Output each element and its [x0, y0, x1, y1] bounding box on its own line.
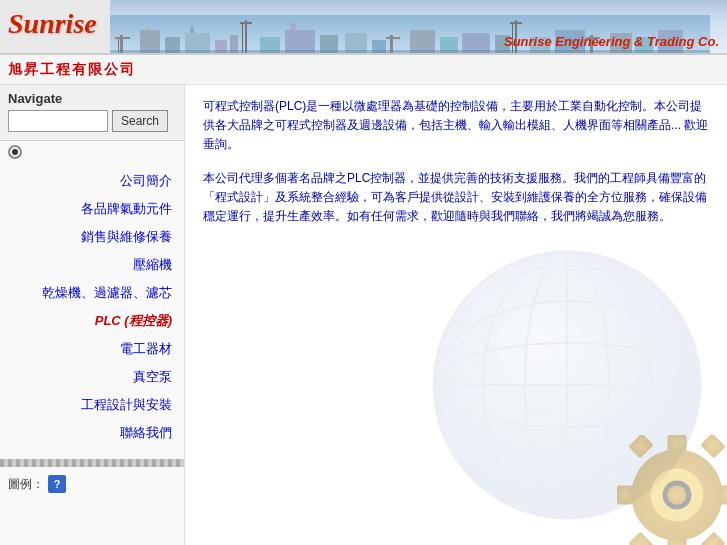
search-row: Search — [8, 110, 176, 132]
svg-rect-47 — [667, 538, 686, 545]
site-header: Sunrise — [0, 0, 727, 55]
svg-rect-49 — [720, 485, 727, 504]
sidebar-help-label: 圖例： — [8, 476, 44, 493]
radio-area — [0, 141, 184, 163]
nav-item-engineering-design[interactable]: 工程設計與安裝 — [0, 391, 184, 419]
radio-dot — [8, 145, 22, 159]
svg-rect-51 — [628, 435, 653, 459]
main-layout: Navigate Search 公司簡介 各品牌氣動元件 銷售與維修保養 壓縮機… — [0, 85, 727, 545]
svg-point-42 — [483, 252, 651, 518]
svg-rect-53 — [628, 531, 653, 545]
svg-point-57 — [667, 485, 686, 504]
svg-point-41 — [525, 252, 609, 518]
svg-point-56 — [663, 481, 692, 510]
svg-rect-21 — [386, 37, 400, 39]
sidebar-bottom-strip — [0, 459, 184, 467]
svg-rect-50 — [700, 435, 725, 459]
nav-item-sales-maintenance[interactable]: 銷售與維修保養 — [0, 223, 184, 251]
navigate-block: Navigate Search — [0, 85, 184, 141]
nav-item-vacuum-pump[interactable]: 真空泵 — [0, 363, 184, 391]
svg-rect-27 — [510, 22, 522, 24]
globe-watermark — [427, 245, 707, 525]
help-icon[interactable]: ? — [48, 475, 66, 493]
nav-item-contact-us[interactable]: 聯絡我們 — [0, 419, 184, 447]
search-input[interactable] — [8, 110, 108, 132]
radio-inner — [12, 149, 18, 155]
nav-items: 公司簡介 各品牌氣動元件 銷售與維修保養 壓縮機 乾燥機、過濾器、濾芯 PLC … — [0, 163, 184, 451]
svg-rect-2 — [115, 37, 130, 39]
company-tagline: Sunrise Engineering & Trading Co. — [504, 34, 719, 49]
content-paragraph-2: 本公司代理多個著名品牌之PLC控制器，並提供完善的技術支援服務。我們的工程師具備… — [203, 169, 709, 227]
sub-header: 旭昇工程有限公司 — [0, 55, 727, 85]
svg-rect-46 — [667, 435, 686, 452]
navigate-label: Navigate — [8, 91, 176, 106]
svg-rect-16 — [290, 23, 296, 30]
svg-rect-5 — [145, 25, 150, 30]
svg-point-39 — [434, 301, 700, 469]
svg-point-40 — [434, 266, 700, 504]
svg-point-55 — [651, 469, 704, 522]
svg-point-43 — [448, 252, 686, 518]
svg-rect-52 — [700, 531, 725, 545]
nav-item-electrical[interactable]: 電工器材 — [0, 335, 184, 363]
sub-header-text: 旭昇工程有限公司 — [8, 61, 136, 79]
sidebar-help: 圖例： ? — [0, 471, 184, 497]
svg-rect-36 — [110, 50, 710, 55]
nav-item-brand-pneumatic[interactable]: 各品牌氣動元件 — [0, 195, 184, 223]
nav-item-company-intro[interactable]: 公司簡介 — [0, 167, 184, 195]
svg-point-38 — [434, 343, 700, 427]
svg-rect-13 — [242, 24, 243, 54]
gear-watermark — [617, 435, 727, 545]
search-button[interactable]: Search — [112, 110, 168, 132]
svg-rect-48 — [617, 485, 634, 504]
svg-rect-8 — [190, 27, 194, 33]
nav-item-compressor[interactable]: 壓縮機 — [0, 251, 184, 279]
svg-point-37 — [434, 252, 700, 518]
content-paragraph-1: 可程式控制器(PLC)是一種以微處理器為基礎的控制設備，主要用於工業自動化控制。… — [203, 97, 709, 155]
content-area: 可程式控制器(PLC)是一種以微處理器為基礎的控制設備，主要用於工業自動化控制。… — [185, 85, 727, 545]
site-logo: Sunrise — [8, 8, 97, 40]
svg-rect-11 — [245, 20, 247, 55]
header-background: Sunrise Engineering & Trading Co. — [110, 0, 727, 55]
nav-item-dryer-filter[interactable]: 乾燥機、過濾器、濾芯 — [0, 279, 184, 307]
svg-point-54 — [631, 449, 722, 540]
sidebar: Navigate Search 公司簡介 各品牌氣動元件 銷售與維修保養 壓縮機… — [0, 85, 185, 545]
nav-item-plc[interactable]: PLC (程控器) — [0, 307, 184, 335]
svg-rect-12 — [240, 22, 252, 24]
